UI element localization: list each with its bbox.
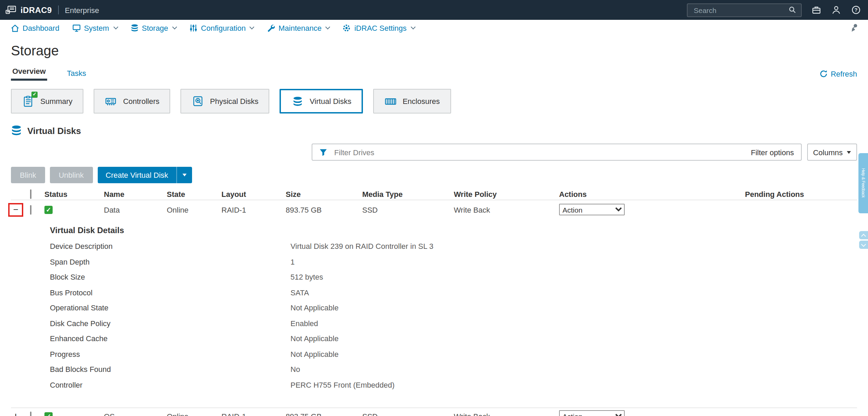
status-ok-icon <box>31 91 38 97</box>
collapse-row-button[interactable] <box>11 205 21 214</box>
chevron-down-icon <box>847 151 851 153</box>
top-bar: iDRAC9 Enterprise <box>0 0 868 20</box>
refresh-icon <box>820 70 828 78</box>
page-scroll-controls <box>859 231 868 249</box>
filter-row: Filter options Columns <box>11 144 857 161</box>
cell-layout: RAID-1 <box>221 412 286 416</box>
col-write-policy: Write Policy <box>454 190 559 198</box>
chevron-down-icon <box>113 25 118 29</box>
nav-label: System <box>84 24 109 32</box>
create-virtual-disk-menu[interactable] <box>176 167 192 183</box>
chevron-down-icon <box>250 25 255 29</box>
filter-options-link[interactable]: Filter options <box>751 148 794 156</box>
cell-size: 893.75 GB <box>286 205 362 214</box>
svg-text:?: ? <box>854 7 857 13</box>
row-checkbox[interactable] <box>30 205 31 214</box>
storage-icon <box>130 24 138 32</box>
user-icon[interactable] <box>830 4 841 15</box>
columns-label: Columns <box>813 148 843 156</box>
section-header: Virtual Disks <box>11 125 857 136</box>
nav-item-dashboard[interactable]: Dashboard <box>11 24 59 32</box>
detail-row: Device Description Virtual Disk 239 on R… <box>50 239 857 254</box>
tab-overview[interactable]: Overview <box>11 65 47 81</box>
product-edition: Enterprise <box>65 6 99 14</box>
refresh-button[interactable]: Refresh <box>820 70 857 81</box>
search-input[interactable] <box>692 5 784 15</box>
detail-row: Progress Not Applicable <box>50 346 857 362</box>
create-virtual-disk-label: Create Virtual Disk <box>97 171 176 179</box>
system-icon <box>72 24 81 32</box>
col-size: Size <box>286 190 362 198</box>
page-title: Storage <box>11 43 857 59</box>
scroll-down-button[interactable] <box>859 241 868 249</box>
main-nav: Dashboard System Storage <box>0 20 868 36</box>
nav-item-maintenance[interactable]: Maintenance <box>267 24 330 32</box>
filter-drives-box: Filter options <box>312 144 801 161</box>
search-icon[interactable] <box>788 6 796 14</box>
cell-state: Online <box>167 205 221 214</box>
table-header-row: Status Name State Layout Size Media Type… <box>11 189 857 200</box>
row-checkbox[interactable] <box>30 411 31 416</box>
blink-button[interactable]: Blink <box>11 167 45 183</box>
pin-icon[interactable] <box>850 22 858 34</box>
summary-icon <box>22 95 34 107</box>
virtual-disks-table: Status Name State Layout Size Media Type… <box>11 189 857 416</box>
col-status: Status <box>44 190 104 198</box>
tab-bar: Overview Tasks Refresh <box>11 65 857 81</box>
home-icon <box>11 24 19 32</box>
nav-item-system[interactable]: System <box>72 24 117 32</box>
nav-label: iDRAC Settings <box>354 24 407 32</box>
refresh-label: Refresh <box>831 70 857 78</box>
detail-row: Span Depth 1 <box>50 254 857 269</box>
row-action-select[interactable]: Action <box>559 204 625 215</box>
virtual-disks-icon <box>11 125 22 136</box>
card-label: Enclosures <box>403 97 440 105</box>
chevron-down-icon <box>172 25 177 29</box>
card-virtual-disks[interactable]: Virtual Disks <box>280 89 363 113</box>
chevron-down-icon <box>411 25 416 29</box>
columns-button[interactable]: Columns <box>807 144 857 161</box>
details-title: Virtual Disk Details <box>50 226 857 235</box>
detail-row: Bus Protocol SATA <box>50 285 857 300</box>
card-physical-disks[interactable]: Physical Disks <box>181 89 270 113</box>
nav-item-idrac-settings[interactable]: iDRAC Settings <box>343 24 415 32</box>
nav-label: Configuration <box>201 24 246 32</box>
detail-row: Disk Cache Policy Enabled <box>50 316 857 331</box>
col-layout: Layout <box>221 190 286 198</box>
card-summary[interactable]: Summary <box>11 89 83 113</box>
tab-tasks[interactable]: Tasks <box>66 67 87 81</box>
controllers-icon <box>105 95 117 107</box>
cell-layout: RAID-1 <box>221 205 286 214</box>
card-controllers[interactable]: Controllers <box>94 89 170 113</box>
storage-category-cards: Summary Controllers <box>11 89 857 113</box>
nav-label: Maintenance <box>279 24 322 32</box>
product-name: iDRAC9 <box>21 5 52 15</box>
nav-label: Dashboard <box>23 24 59 32</box>
idrac-logo-icon <box>5 4 16 15</box>
cell-write-policy: Write Back <box>454 205 559 214</box>
card-label: Physical Disks <box>210 97 259 105</box>
scroll-up-button[interactable] <box>859 231 868 239</box>
card-label: Controllers <box>123 97 159 105</box>
select-all-checkbox[interactable] <box>30 189 31 199</box>
briefcase-icon[interactable] <box>811 4 822 15</box>
cell-name: Data <box>104 205 167 214</box>
help-feedback-tab[interactable]: Help & Feedback <box>858 153 868 213</box>
card-enclosures[interactable]: Enclosures <box>373 89 451 113</box>
col-pending-actions: Pending Actions <box>745 190 857 198</box>
col-actions: Actions <box>559 190 745 198</box>
row-action-select[interactable]: Action <box>559 410 625 416</box>
detail-row: Controller PERC H755 Front (Embedded) <box>50 377 857 392</box>
card-label: Summary <box>40 97 72 105</box>
nav-item-storage[interactable]: Storage <box>130 24 176 32</box>
nav-label: Storage <box>142 24 168 32</box>
help-icon[interactable]: ? <box>850 4 861 15</box>
unblink-button[interactable]: Unblink <box>50 167 93 183</box>
filter-drives-input[interactable] <box>333 147 745 157</box>
create-virtual-disk-button[interactable]: Create Virtual Disk <box>97 167 192 183</box>
virtual-disk-details: Virtual Disk Details Device Description … <box>11 219 857 407</box>
status-ok-icon <box>44 205 53 214</box>
nav-item-configuration[interactable]: Configuration <box>189 24 254 32</box>
expand-row-button[interactable] <box>11 411 21 416</box>
virtual-disks-icon <box>291 95 303 107</box>
